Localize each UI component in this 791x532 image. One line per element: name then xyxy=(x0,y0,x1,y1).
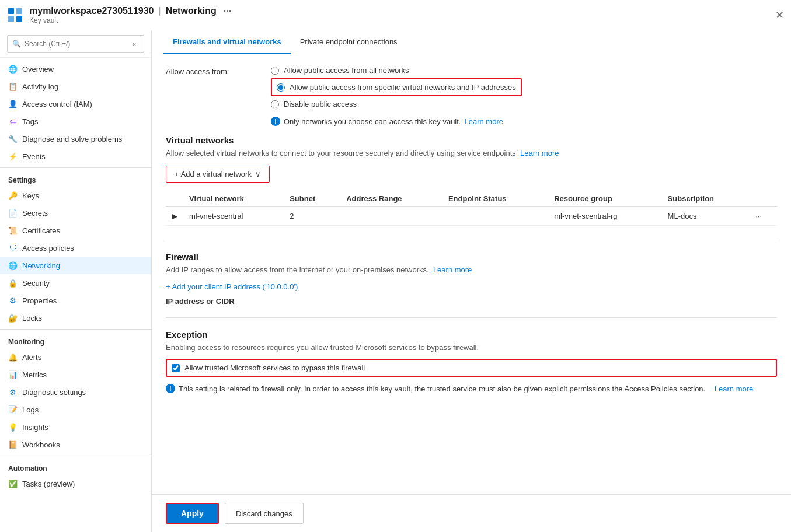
networking-icon: 🌐 xyxy=(8,261,18,270)
virtual-networks-section: Virtual networks Allow selected virtual … xyxy=(166,135,777,226)
tags-icon: 🏷 xyxy=(8,117,18,126)
tab-firewalls[interactable]: Firewalls and virtual networks xyxy=(163,30,291,54)
radio-disable-input[interactable] xyxy=(271,100,279,108)
firewall-learn-more[interactable]: Learn more xyxy=(433,265,472,274)
sidebar-item-activity-log[interactable]: 📋 Activity log xyxy=(0,78,151,95)
row-endpoint-status xyxy=(442,207,548,226)
sidebar-item-secrets[interactable]: 📄 Secrets xyxy=(0,204,151,222)
certificates-icon: 📜 xyxy=(8,226,18,235)
svg-rect-3 xyxy=(16,16,22,22)
locks-icon: 🔐 xyxy=(8,313,18,323)
exception-info-line: i This setting is related to firewall on… xyxy=(166,384,777,393)
sidebar-item-keys[interactable]: 🔑 Keys xyxy=(0,187,151,204)
sidebar-item-access-policies[interactable]: 🛡 Access policies xyxy=(0,239,151,257)
row-more-options[interactable]: ··· xyxy=(750,207,777,226)
page-name: Networking xyxy=(166,6,217,16)
access-learn-more[interactable]: Learn more xyxy=(464,117,503,126)
properties-icon: ⚙ xyxy=(8,296,18,305)
svg-rect-1 xyxy=(16,8,22,14)
search-icon: 🔍 xyxy=(12,40,21,48)
radio-disable[interactable]: Disable public access xyxy=(271,100,522,108)
sub-title: Key vault xyxy=(29,16,775,24)
bypass-firewall-checkbox-label[interactable]: Allow trusted Microsoft services to bypa… xyxy=(166,359,777,377)
access-radio-group: Allow public access from all networks Al… xyxy=(271,66,522,126)
insights-icon: 💡 xyxy=(8,422,18,432)
automation-section-label: Automation xyxy=(0,459,151,475)
bypass-firewall-checkbox[interactable] xyxy=(172,364,180,372)
metrics-icon: 📊 xyxy=(8,370,18,379)
sidebar-item-tags[interactable]: 🏷 Tags xyxy=(0,113,151,130)
close-button[interactable]: ✕ xyxy=(775,9,784,22)
tab-private-endpoints[interactable]: Private endpoint connections xyxy=(291,30,407,54)
iam-icon: 👤 xyxy=(8,99,18,108)
sidebar-item-certificates[interactable]: 📜 Certificates xyxy=(0,222,151,239)
content-body: Allow access from: Allow public access f… xyxy=(152,54,791,494)
main-content: Firewalls and virtual networks Private e… xyxy=(152,30,791,532)
sidebar-label-diagnose: Diagnose and solve problems xyxy=(22,135,122,144)
sidebar-label-logs: Logs xyxy=(22,405,39,414)
sidebar-label-properties: Properties xyxy=(22,296,57,305)
sidebar-item-properties[interactable]: ⚙ Properties xyxy=(0,292,151,309)
svg-rect-0 xyxy=(8,8,14,14)
sidebar-item-locks[interactable]: 🔐 Locks xyxy=(0,309,151,327)
radio-all-networks-input[interactable] xyxy=(271,66,279,75)
sidebar: 🔍 « 🌐 Overview 📋 Activity log 👤 Access c… xyxy=(0,30,152,532)
add-virtual-network-button[interactable]: + Add a virtual network ∨ xyxy=(166,166,270,183)
sidebar-label-security: Security xyxy=(22,279,50,288)
sidebar-item-security[interactable]: 🔒 Security xyxy=(0,274,151,292)
row-virtual-network: ml-vnet-scentral xyxy=(183,207,284,226)
table-row: ▶ ml-vnet-scentral 2 ml-vnet-scentral-rg… xyxy=(166,207,777,226)
sidebar-label-overview: Overview xyxy=(22,65,54,74)
search-input[interactable] xyxy=(25,40,126,48)
footer-bar: Apply Discard changes xyxy=(152,494,791,532)
resource-name: mymlworkspace2730511930 xyxy=(29,6,154,16)
radio-specific-networks-input[interactable] xyxy=(277,83,285,92)
sidebar-item-iam[interactable]: 👤 Access control (IAM) xyxy=(0,95,151,113)
th-subnet: Subnet xyxy=(284,191,340,207)
th-virtual-network: Virtual network xyxy=(183,191,284,207)
title-dots[interactable]: ··· xyxy=(224,6,231,16)
apply-button[interactable]: Apply xyxy=(166,503,219,524)
sidebar-item-alerts[interactable]: 🔔 Alerts xyxy=(0,348,151,366)
collapse-button[interactable]: « xyxy=(130,38,139,50)
sidebar-label-activity-log: Activity log xyxy=(22,82,58,91)
sidebar-item-workbooks[interactable]: 📔 Workbooks xyxy=(0,436,151,453)
sidebar-label-tasks: Tasks (preview) xyxy=(22,480,75,488)
sidebar-label-alerts: Alerts xyxy=(22,353,41,362)
logs-icon: 📝 xyxy=(8,405,18,414)
radio-disable-label: Disable public access xyxy=(284,100,357,108)
sidebar-item-logs[interactable]: 📝 Logs xyxy=(0,401,151,418)
sidebar-item-metrics[interactable]: 📊 Metrics xyxy=(0,366,151,383)
exception-learn-more[interactable]: Learn more xyxy=(715,384,753,393)
sidebar-nav: 🌐 Overview 📋 Activity log 👤 Access contr… xyxy=(0,58,151,532)
radio-specific-networks[interactable]: Allow public access from specific virtua… xyxy=(271,78,522,96)
diagnose-icon: 🔧 xyxy=(8,134,18,144)
sidebar-item-events[interactable]: ⚡ Events xyxy=(0,148,151,165)
radio-all-networks-label: Allow public access from all networks xyxy=(284,66,409,75)
workbooks-icon: 📔 xyxy=(8,440,18,449)
settings-section-label: Settings xyxy=(0,170,151,187)
virtual-networks-table: Virtual network Subnet Address Range End… xyxy=(166,191,777,226)
overview-icon: 🌐 xyxy=(8,64,18,74)
search-box: 🔍 « xyxy=(0,30,151,58)
sidebar-item-tasks[interactable]: ✅ Tasks (preview) xyxy=(0,475,151,492)
sidebar-label-keys: Keys xyxy=(22,191,39,200)
radio-all-networks[interactable]: Allow public access from all networks xyxy=(271,66,522,75)
access-policies-icon: 🛡 xyxy=(8,243,18,253)
row-subnet: 2 xyxy=(284,207,340,226)
discard-button[interactable]: Discard changes xyxy=(225,503,304,524)
sidebar-label-metrics: Metrics xyxy=(22,370,47,379)
add-ip-button[interactable]: + Add your client IP address ('10.0.0.0'… xyxy=(166,282,298,291)
row-chevron[interactable]: ▶ xyxy=(166,207,183,226)
sidebar-item-overview[interactable]: 🌐 Overview xyxy=(0,60,151,78)
access-from-label: Allow access from: xyxy=(166,66,236,76)
exception-desc: Enabling access to resources requires yo… xyxy=(166,343,777,352)
sidebar-item-networking[interactable]: 🌐 Networking xyxy=(0,257,151,274)
row-address-range xyxy=(340,207,442,226)
th-expand xyxy=(166,191,183,207)
sidebar-item-insights[interactable]: 💡 Insights xyxy=(0,418,151,436)
vnet-learn-more[interactable]: Learn more xyxy=(520,149,559,158)
sidebar-item-diag-settings[interactable]: ⚙ Diagnostic settings xyxy=(0,383,151,401)
sidebar-item-diagnose[interactable]: 🔧 Diagnose and solve problems xyxy=(0,130,151,148)
title-bar: mymlworkspace2730511930 | Networking ···… xyxy=(0,0,791,30)
